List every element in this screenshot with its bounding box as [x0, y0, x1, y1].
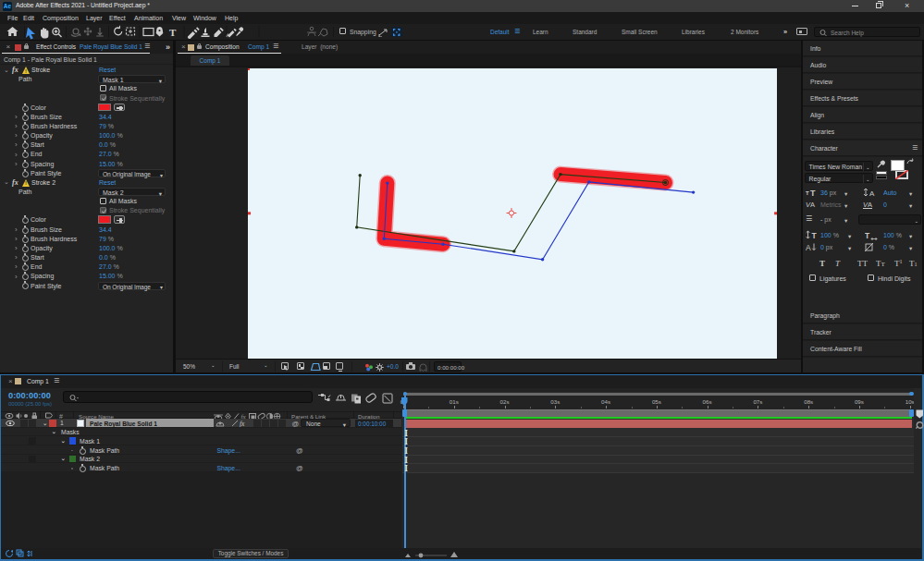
svg-text:fx: fx: [240, 420, 245, 427]
svg-text:T: T: [812, 231, 818, 240]
svg-text:A: A: [806, 243, 811, 252]
svg-text:T: T: [865, 231, 870, 240]
svg-text:T: T: [169, 27, 177, 38]
svg-text:A: A: [869, 189, 875, 198]
svg-text:#: #: [59, 412, 63, 419]
